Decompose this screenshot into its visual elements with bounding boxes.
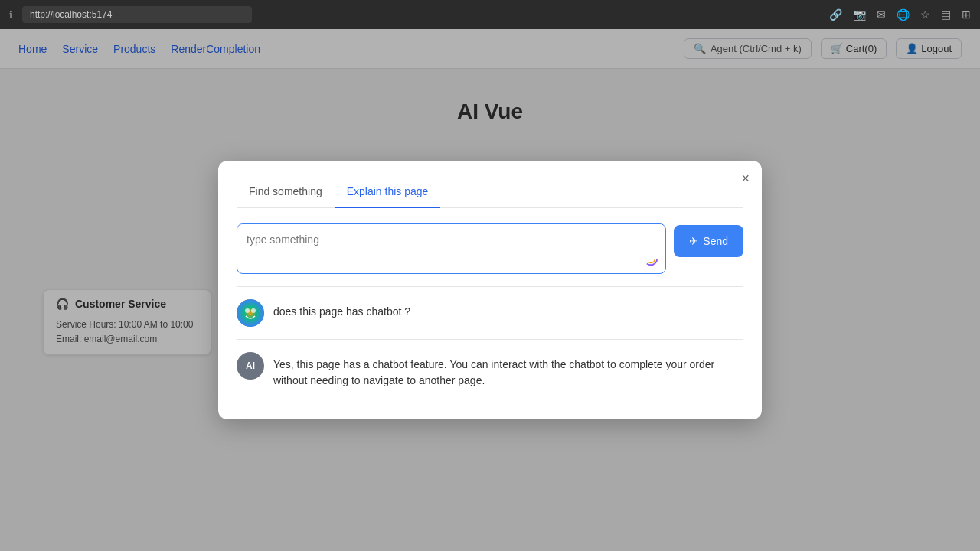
chat-message-ai: AI Yes, this page has a chatbot feature.…: [237, 352, 743, 389]
page-background: Home Service Products RenderCompletion 🔍…: [0, 29, 980, 551]
browser-chrome: ℹ http://localhost:5174 🔗 📷 ✉ 🌐 ☆ ▤ ⊞: [0, 0, 980, 29]
grid-icon[interactable]: ⊞: [962, 8, 971, 21]
message-input[interactable]: [237, 224, 665, 270]
camera-icon[interactable]: 📷: [853, 8, 866, 21]
tab-explain-page[interactable]: Explain this page: [335, 179, 441, 208]
svg-point-1: [647, 255, 655, 263]
divider-2: [237, 339, 743, 340]
mail-icon[interactable]: ✉: [877, 8, 886, 21]
svg-point-3: [245, 308, 250, 313]
send-button[interactable]: ✈ Send: [674, 225, 743, 257]
tab-find-something[interactable]: Find something: [237, 179, 335, 208]
browser-toolbar: 🔗 📷 ✉ 🌐 ☆ ▤ ⊞: [829, 8, 971, 21]
sidebar-icon[interactable]: ▤: [941, 8, 951, 21]
divider-1: [237, 286, 743, 287]
input-area: ✈ Send: [237, 223, 743, 274]
user-avatar: [237, 299, 264, 327]
svg-point-4: [251, 308, 256, 313]
modal-dialog: × Find something Explain this page ✈: [218, 161, 762, 419]
url-bar[interactable]: http://localhost:5174: [22, 6, 252, 23]
modal-close-button[interactable]: ×: [741, 171, 750, 185]
bookmark-icon[interactable]: ☆: [920, 8, 930, 21]
modal-overlay[interactable]: × Find something Explain this page ✈: [0, 29, 980, 551]
chat-message-user: does this page has chatbot ?: [237, 299, 743, 327]
svg-point-2: [237, 299, 264, 327]
ai-message-text: Yes, this page has a chatbot feature. Yo…: [273, 352, 743, 389]
link-icon[interactable]: 🔗: [829, 8, 842, 21]
message-input-wrapper: [237, 223, 666, 274]
send-icon: ✈: [689, 235, 698, 247]
globe-icon[interactable]: 🌐: [897, 8, 910, 21]
user-message-text: does this page has chatbot ?: [273, 299, 743, 320]
loading-icon: [642, 250, 659, 267]
modal-tabs: Find something Explain this page: [237, 179, 743, 208]
send-label: Send: [703, 235, 728, 247]
ai-avatar: AI: [237, 352, 264, 380]
info-icon: ℹ: [9, 9, 13, 21]
